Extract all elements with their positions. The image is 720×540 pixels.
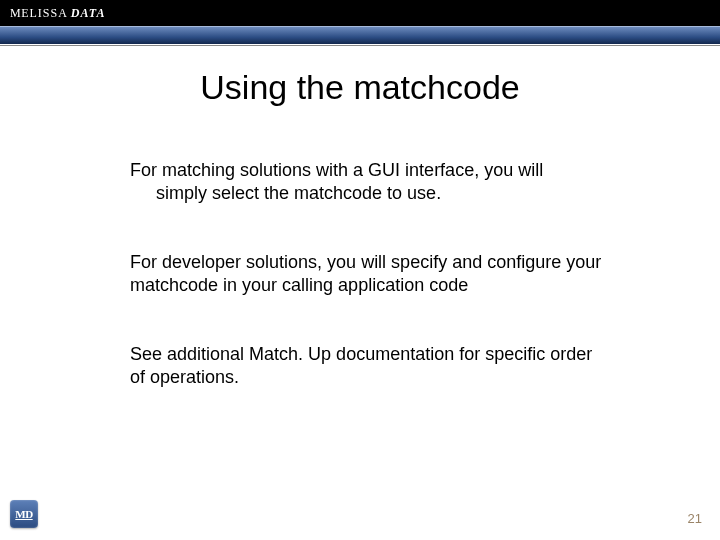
slide: MELISSADATA Using the matchcode For matc… [0, 0, 720, 540]
paragraph-1: For matching solutions with a GUI interf… [130, 159, 610, 205]
brand-name: ELISSA [21, 6, 68, 20]
top-bar: MELISSADATA [0, 0, 720, 26]
md-badge-icon: MD [10, 500, 38, 528]
paragraph-1-line-2: simply select the matchcode to use. [130, 182, 610, 205]
header-stripe [0, 26, 720, 44]
brand-logo: MELISSADATA [10, 6, 106, 21]
paragraph-2: For developer solutions, you will specif… [130, 251, 610, 297]
paragraph-3: See additional Match. Up documentation f… [130, 343, 610, 389]
brand-suffix: DATA [71, 6, 106, 20]
brand-prefix: M [10, 6, 21, 20]
slide-body: For matching solutions with a GUI interf… [0, 159, 720, 389]
paragraph-1-line-1: For matching solutions with a GUI interf… [130, 160, 543, 180]
page-number: 21 [688, 511, 702, 526]
slide-title: Using the matchcode [0, 68, 720, 107]
header-divider [0, 45, 720, 46]
